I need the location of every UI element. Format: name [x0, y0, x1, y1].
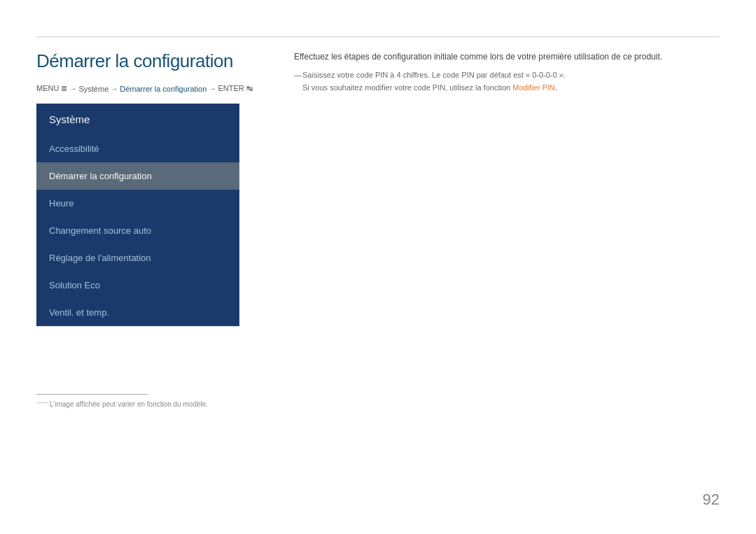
breadcrumb-current: Démarrer la configuration	[120, 85, 206, 93]
note-text-2: Si vous souhaitez modifier votre code PI…	[302, 83, 510, 92]
page-number: 92	[703, 491, 720, 509]
footnote-line	[36, 394, 148, 395]
breadcrumb-system[interactable]: Système	[78, 85, 108, 93]
breadcrumb-arrow-1: →	[69, 85, 76, 92]
enter-icon: ENTER ↹	[218, 84, 252, 93]
footnote-text: —— L'image affichée peut varier en fonct…	[36, 399, 208, 408]
note-period: .	[555, 83, 557, 92]
sidebar-item-solution-eco[interactable]: Solution Eco	[36, 272, 239, 299]
sidebar-item-accessibilite[interactable]: Accessibilité	[36, 135, 239, 162]
sidebar-item-changement-source[interactable]: Changement source auto	[36, 217, 239, 244]
top-border	[36, 36, 720, 37]
page-title: Démarrer la configuration	[36, 50, 233, 72]
sidebar-item-demarrer[interactable]: Démarrer la configuration	[36, 162, 239, 190]
sidebar-item-heure[interactable]: Heure	[36, 190, 239, 217]
content-note: Saisissez votre code PIN à 4 chiffres. L…	[294, 69, 720, 94]
menu-icon: MENU ≣	[36, 84, 67, 93]
sidebar-menu: Système Accessibilité Démarrer la config…	[36, 104, 239, 326]
content-area: Effectuez les étapes de configuration in…	[294, 50, 720, 94]
modifier-pin-link[interactable]: Modifier PIN	[512, 83, 555, 92]
breadcrumb-arrow-2: →	[111, 85, 118, 92]
sidebar-item-ventil[interactable]: Ventil. et temp.	[36, 299, 239, 326]
note-text-1: Saisissez votre code PIN à 4 chiffres. L…	[302, 71, 566, 79]
sidebar-header: Système	[36, 104, 239, 135]
breadcrumb: MENU ≣ → Système → Démarrer la configura…	[36, 84, 253, 93]
breadcrumb-arrow-3: →	[209, 85, 216, 92]
footnote-area: —— L'image affichée peut varier en fonct…	[36, 394, 208, 408]
sidebar-item-reglage-alimentation[interactable]: Réglage de l'alimentation	[36, 244, 239, 272]
content-description: Effectuez les étapes de configuration in…	[294, 50, 720, 64]
